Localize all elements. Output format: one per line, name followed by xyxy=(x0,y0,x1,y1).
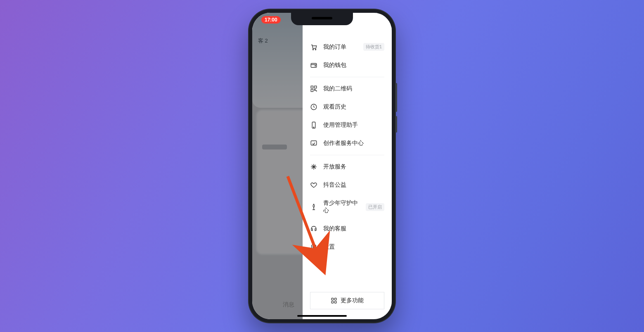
menu-item-youth[interactable]: 青少年守护中心已开启 xyxy=(303,194,392,220)
svg-point-14 xyxy=(313,127,314,128)
menu-item-history[interactable]: 观看历史 xyxy=(303,98,392,116)
phone-frame: 17:00 客 2 消息 我 我的订单待收货1我的钱包我的二维 xyxy=(248,9,396,323)
menu-item-label: 青少年守护中心 xyxy=(323,199,360,214)
menu-item-badge: 待收货1 xyxy=(363,43,384,51)
svg-point-6 xyxy=(315,49,316,50)
youth-icon xyxy=(310,203,317,211)
svg-rect-20 xyxy=(334,301,336,303)
menu-item-label: 开放服务 xyxy=(323,163,384,171)
menu-item-wallet[interactable]: 我的钱包 xyxy=(303,56,392,74)
home-indicator xyxy=(297,315,347,317)
phone-screen: 17:00 客 2 消息 我 我的订单待收货1我的钱包我的二维 xyxy=(252,13,392,319)
phone-icon xyxy=(310,121,317,129)
history-icon xyxy=(310,103,317,111)
creator-icon xyxy=(310,140,317,147)
qr-icon xyxy=(310,85,317,92)
status-time-pill: 17:00 xyxy=(261,16,281,24)
support-icon xyxy=(310,225,317,232)
menu-item-services[interactable]: 开放服务 xyxy=(303,158,392,176)
svg-point-8 xyxy=(315,66,316,66)
more-functions-button[interactable]: 更多功能 xyxy=(310,292,384,309)
menu-separator xyxy=(310,77,384,77)
menu-item-phone[interactable]: 使用管理助手 xyxy=(303,116,392,134)
menu-item-label: 我的客服 xyxy=(323,225,384,232)
settings-icon xyxy=(310,243,317,251)
more-functions-label: 更多功能 xyxy=(341,297,364,304)
cart-icon xyxy=(310,43,317,51)
services-icon xyxy=(310,163,317,171)
menu-item-label: 抖音公益 xyxy=(323,181,384,189)
menu-item-label: 观看历史 xyxy=(323,103,384,111)
menu-item-settings[interactable]: 设置 xyxy=(303,238,392,256)
svg-rect-17 xyxy=(331,298,334,300)
svg-rect-10 xyxy=(315,86,317,88)
menu-separator xyxy=(310,155,384,155)
svg-point-16 xyxy=(313,246,315,248)
menu-item-label: 使用管理助手 xyxy=(323,121,384,129)
notch xyxy=(291,13,353,25)
menu-item-badge: 已开启 xyxy=(366,203,384,211)
svg-rect-9 xyxy=(311,86,313,88)
side-drawer: 我的订单待收货1我的钱包我的二维码观看历史使用管理助手创作者服务中心开放服务抖音… xyxy=(303,13,392,319)
menu-item-heart[interactable]: 抖音公益 xyxy=(303,176,392,194)
menu-item-label: 我的订单 xyxy=(323,43,358,51)
menu-item-qr[interactable]: 我的二维码 xyxy=(303,80,392,98)
svg-rect-19 xyxy=(331,301,334,303)
menu-item-cart[interactable]: 我的订单待收货1 xyxy=(303,38,392,56)
menu-item-label: 我的二维码 xyxy=(323,85,384,92)
heart-icon xyxy=(310,181,317,189)
svg-rect-18 xyxy=(334,298,336,300)
menu-item-support[interactable]: 我的客服 xyxy=(303,220,392,238)
grid-icon xyxy=(331,297,337,304)
menu-item-label: 我的钱包 xyxy=(323,62,384,69)
menu-item-label: 设置 xyxy=(323,243,384,251)
wallet-icon xyxy=(310,62,317,69)
svg-rect-11 xyxy=(311,90,313,92)
menu-item-creator[interactable]: 创作者服务中心 xyxy=(303,134,392,152)
menu-item-label: 创作者服务中心 xyxy=(323,140,384,147)
svg-point-5 xyxy=(313,49,313,50)
